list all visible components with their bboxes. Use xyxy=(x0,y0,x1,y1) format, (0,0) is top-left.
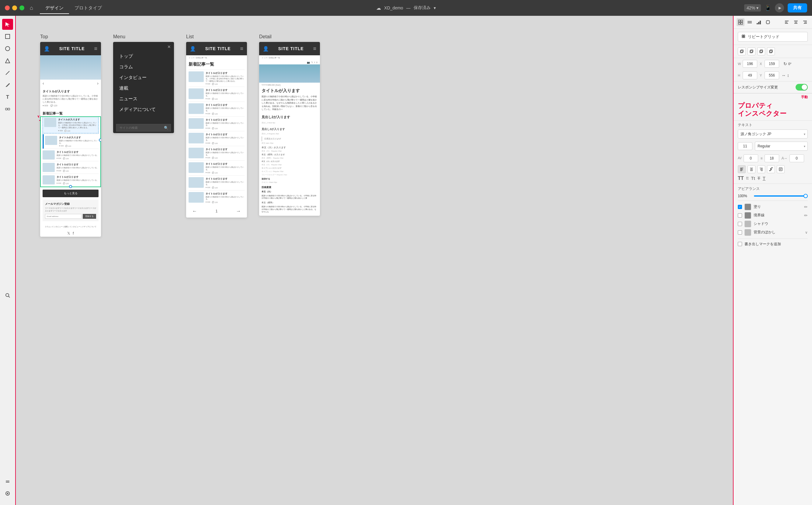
panel-tool-align-center[interactable] xyxy=(792,18,800,26)
tab-prototype[interactable]: プロトタイプ xyxy=(69,3,107,13)
copy-ios-btn[interactable] xyxy=(747,47,756,55)
next-arrow[interactable]: › xyxy=(97,81,99,86)
menu-item-top[interactable]: トップ xyxy=(119,51,168,62)
home-icon[interactable]: ⌂ xyxy=(30,5,33,11)
more-button[interactable]: もっと見る xyxy=(42,190,99,197)
panel-tool-align-left[interactable] xyxy=(783,18,791,26)
rotate-icon[interactable]: ↻ xyxy=(783,61,787,66)
search-tool[interactable] xyxy=(2,290,13,301)
align-center-btn[interactable] xyxy=(747,165,756,173)
y-input[interactable] xyxy=(765,71,779,79)
select-tool[interactable] xyxy=(2,19,13,30)
panel-tool-layout[interactable] xyxy=(736,18,744,26)
menu-item-about[interactable]: メディアについて xyxy=(119,104,168,115)
layers-panel-icon[interactable] xyxy=(2,476,13,487)
font-weight-select[interactable]: Regular xyxy=(755,142,808,151)
mobile-icon[interactable]: 📱 xyxy=(765,5,771,11)
line-tool[interactable] xyxy=(2,67,13,78)
ellipse-tool[interactable] xyxy=(2,43,13,54)
kern-input[interactable] xyxy=(743,154,758,162)
minimize-button[interactable] xyxy=(12,5,17,10)
triangle-tool[interactable] xyxy=(2,55,13,66)
pagination-next[interactable]: → xyxy=(236,208,241,214)
text-overflow-btn[interactable] xyxy=(777,165,785,173)
list-item-8[interactable]: タイトルが入ります 親譲りの無鉄砲で小供の時から損ばかりしている。 ♥ 609💬… xyxy=(189,175,244,190)
opacity-slider[interactable] xyxy=(754,195,808,197)
repeat-grid-button[interactable]: リピートグリッド xyxy=(738,32,808,42)
zoom-control[interactable]: 42% ▾ xyxy=(744,4,761,12)
article-item-2[interactable]: タイトルが入ります 親譲りの無鉄砲で小供の時から損ばかりしている。 ♥ 609💬… xyxy=(42,134,99,149)
menu-item-column[interactable]: コラム xyxy=(119,62,168,72)
play-button[interactable] xyxy=(775,3,784,12)
facebook-icon-detail[interactable]: f xyxy=(314,61,315,64)
bg-blur-checkbox[interactable] xyxy=(738,230,742,234)
height-input[interactable] xyxy=(743,71,757,79)
copy-android-btn[interactable] xyxy=(757,47,765,55)
width-input[interactable] xyxy=(743,60,757,68)
tt-bold[interactable]: TT xyxy=(738,176,744,181)
pagination-prev[interactable]: ← xyxy=(192,208,197,214)
flip-v-icon[interactable]: ↕ xyxy=(787,73,789,78)
align-left-btn[interactable] xyxy=(738,165,746,173)
copy-all-btn[interactable] xyxy=(767,47,775,55)
bg-blur-expand-icon[interactable]: ∨ xyxy=(805,230,808,234)
panel-tool-bar[interactable] xyxy=(755,18,763,26)
text-tool[interactable]: T xyxy=(2,92,13,103)
tab-design[interactable]: デザイン xyxy=(40,3,69,13)
fullscreen-button[interactable] xyxy=(19,5,24,10)
font-family-select[interactable]: 源ノ角ゴシック JP xyxy=(738,130,808,139)
add-export-mark-row[interactable]: 書き出しマークを追加 xyxy=(738,241,808,247)
shadow-color-swatch[interactable] xyxy=(744,220,751,227)
tt-underline[interactable]: T xyxy=(763,176,766,181)
list-item-1[interactable]: タイトルが入ります 親譲りの無鉄砲で小供の時から損ばかりしている。小学校に居る時… xyxy=(189,69,244,87)
twitter-icon[interactable]: 𝕏 xyxy=(67,231,70,235)
list-item-4[interactable]: タイトルが入ります 親譲りの無鉄砲で小供の時から損ばかりしている。 ♥ 609💬… xyxy=(189,116,244,131)
component-tool[interactable] xyxy=(2,104,13,115)
tt-title[interactable]: Tt xyxy=(751,176,755,181)
assets-panel-icon[interactable] xyxy=(2,488,13,499)
panel-tool-grid[interactable] xyxy=(746,18,753,26)
panel-tool-padding[interactable] xyxy=(764,18,772,26)
prev-arrow[interactable]: ‹ xyxy=(42,81,44,86)
list-item-3[interactable]: タイトルが入ります 親譲りの無鉄砲で小供の時から損ばかりしている。 ♥ 609💬… xyxy=(189,102,244,116)
detail-artboard[interactable]: 👤 SITE TITLE ≡ トップ > 新着記事一覧 📷 𝕏 f 0 YYY xyxy=(259,42,320,216)
pen-tool[interactable] xyxy=(2,79,13,91)
font-size-input[interactable] xyxy=(738,142,752,150)
facebook-icon[interactable]: f xyxy=(73,231,74,235)
border-color-swatch[interactable] xyxy=(744,212,751,219)
menu-item-news[interactable]: ニュース xyxy=(119,94,168,104)
list-item-7[interactable]: タイトルが入ります 親譲りの無鉄砲で小供の時から損ばかりしている。 ♥ 609💬… xyxy=(189,160,244,175)
panel-tool-align-right[interactable] xyxy=(801,18,809,26)
shadow-checkbox[interactable] xyxy=(738,222,742,226)
align-right-btn[interactable] xyxy=(757,165,765,173)
line-height-input[interactable] xyxy=(765,154,779,162)
menu-search-input[interactable] xyxy=(116,124,171,132)
menu-item-series[interactable]: 連載 xyxy=(119,83,168,94)
letter-spacing-input[interactable] xyxy=(790,154,804,162)
flip-h-icon[interactable]: ↔ xyxy=(782,73,786,78)
close-button[interactable] xyxy=(5,5,10,10)
list-item-5[interactable]: タイトルが入ります 親譲りの無鉄砲で小供の時から損ばかりしている。 ♥ 609💬… xyxy=(189,131,244,146)
list-artboard[interactable]: 👤 SITE TITLE ≡ トップ > 新着記事一覧 新着記事一覧 タイトルが… xyxy=(186,42,247,217)
newsletter-input[interactable] xyxy=(45,214,82,219)
list-item-9[interactable]: タイトルが入ります 親譲りの無鉄砲で小供の時から損ばかりしている。 ♥ 609💬… xyxy=(189,190,244,205)
article-item-4[interactable]: タイトルが入ります 親譲りの無鉄砲で小供の時から損ばかりしている。 ♥ 609💬… xyxy=(42,161,99,173)
menu-item-interview[interactable]: インタビュー xyxy=(119,72,168,83)
menu-artboard[interactable]: ✕ トップ コラム インタビュー 連載 ニュース メディアについて 🔍 xyxy=(113,42,174,133)
twitter-icon-detail[interactable]: 𝕏 xyxy=(311,61,313,64)
tt-small[interactable]: tt xyxy=(746,176,749,181)
fill-color-swatch[interactable] xyxy=(744,204,751,210)
responsive-toggle[interactable] xyxy=(796,84,808,91)
article-item-1[interactable]: タイトルが入ります 親譲りの無鉄砲で小供の時から損ばかりしている。小学校に居る時… xyxy=(42,116,99,133)
list-item-6[interactable]: タイトルが入ります 親譲りの無鉄砲で小供の時から損ばかりしている。 ♥ 609💬… xyxy=(189,146,244,161)
menu-close-icon[interactable]: ✕ xyxy=(167,44,171,49)
x-input[interactable] xyxy=(765,60,779,68)
rectangle-tool[interactable] xyxy=(2,31,13,42)
top-artboard[interactable]: 👤 SITE TITLE ≡ ‹ › タイトルが入ります 親譲りの無鉄砲で小供 xyxy=(40,42,101,237)
text-link-btn[interactable] xyxy=(767,165,775,173)
article-item-5[interactable]: タイトルが入ります 親譲りの無鉄砲で小供の時から損ばかりしている。 ♥ 609💬… xyxy=(42,173,99,186)
add-mark-checkbox[interactable] xyxy=(738,242,742,246)
article-item-3[interactable]: タイトルが入ります 親譲りの無鉄砲で小供の時から損ばかりしている。 ♥ 609💬… xyxy=(42,149,99,161)
instagram-icon[interactable]: 📷 xyxy=(307,61,310,64)
fill-eyedropper-icon[interactable]: ✏ xyxy=(804,204,808,209)
